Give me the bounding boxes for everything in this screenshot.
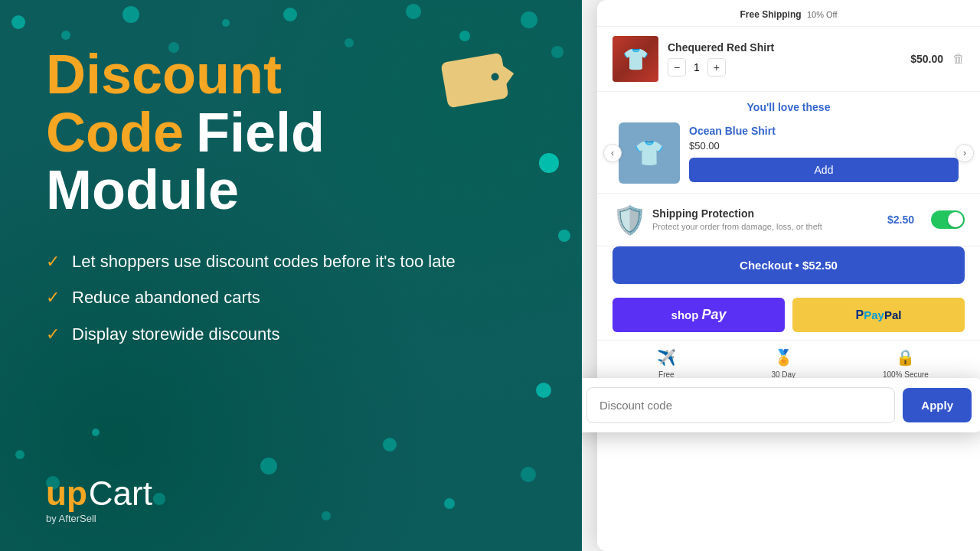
protection-price: $2.50 <box>887 214 914 226</box>
shoppay-button[interactable]: shop Pay <box>612 298 785 332</box>
left-panel: Discount Code Field Module ✓ Let shopper… <box>0 0 582 551</box>
carousel-next-button[interactable]: › <box>956 144 974 162</box>
cart-item: Chequered Red Shirt − 1 + $50.00 🗑 <box>597 27 980 92</box>
upsell-item-price: $50.00 <box>689 140 959 152</box>
protection-toggle[interactable] <box>931 210 965 229</box>
logo-cart: Cart <box>89 474 152 513</box>
cart-widget: Free Shipping 10% Off Chequered Red Shir… <box>597 0 980 551</box>
check-icon-1: ✓ <box>46 252 60 272</box>
feature-text-3: Display storewide discounts <box>72 323 279 346</box>
protection-info: Shipping Protection Protect your order f… <box>652 207 878 232</box>
upcart-logo: up Cart by AfterSell <box>46 474 152 524</box>
delete-icon[interactable]: 🗑 <box>952 52 965 66</box>
discount-overlay: Apply <box>582 378 980 432</box>
shield-icon: 🛡️ <box>612 204 647 236</box>
paypal-p: P <box>856 308 864 322</box>
paypal-pal: Pal <box>884 308 902 321</box>
headline: Discount Code Field Module <box>46 46 536 220</box>
carousel-prev-button[interactable]: ‹ <box>603 144 622 162</box>
payment-options: shop Pay P Pay Pal <box>597 290 980 340</box>
shoppay-label: shop <box>671 308 699 321</box>
upsell-image: 👕 <box>619 122 680 184</box>
headline-line3: Module <box>46 159 239 220</box>
free-shipping-label: Free <box>740 9 760 20</box>
cart-header: Free Shipping 10% Off <box>597 0 980 27</box>
upsell-info: Ocean Blue Shirt $50.00 Add <box>689 125 959 182</box>
logo-subtitle: by AfterSell <box>46 513 152 524</box>
discount-code-input[interactable] <box>586 387 895 423</box>
discount-pct: 10% Off <box>807 10 838 19</box>
headline-line2-yellow: Code <box>46 104 184 162</box>
paypal-button[interactable]: P Pay Pal <box>792 298 965 332</box>
toggle-knob <box>948 212 963 227</box>
protection-icon: 🛡️ <box>612 204 643 235</box>
item-name: Chequered Red Shirt <box>668 41 901 54</box>
plane-icon: ✈️ <box>657 348 676 367</box>
upsell-section: You'll love these ‹ 👕 Ocean Blue Shirt $… <box>597 92 980 194</box>
protection-title: Shipping Protection <box>652 207 878 220</box>
feature-item-3: ✓ Display storewide discounts <box>46 323 536 346</box>
paypal-label: Pay <box>864 308 884 321</box>
checkout-section: Checkout • $52.50 <box>597 246 980 290</box>
protection-subtitle: Protect your order from damage, loss, or… <box>652 221 878 232</box>
headline-line2-white: Field <box>196 104 325 162</box>
discount-card: Apply <box>582 378 980 432</box>
item-qty-controls: − 1 + <box>668 58 901 77</box>
upsell-card: 👕 Ocean Blue Shirt $50.00 Add <box>612 122 965 184</box>
headline-line1: Discount <box>46 46 536 104</box>
feature-item-1: ✓ Let shoppers use discount codes before… <box>46 250 536 273</box>
check-icon-3: ✓ <box>46 324 60 344</box>
shipping-label: Shipping <box>762 9 801 20</box>
item-price: $50.00 <box>910 53 943 65</box>
upsell-add-button[interactable]: Add <box>689 158 959 182</box>
lock-icon: 🔒 <box>896 348 915 367</box>
upsell-title: You'll love these <box>612 101 965 113</box>
qty-number: 1 <box>694 61 700 73</box>
logo-up: up <box>46 474 87 513</box>
qty-increase-button[interactable]: + <box>707 58 726 77</box>
feature-text-2: Reduce abandoned carts <box>72 286 260 309</box>
qty-decrease-button[interactable]: − <box>668 58 686 77</box>
guarantee-icon: 🏅 <box>774 348 793 367</box>
check-icon-2: ✓ <box>46 288 60 308</box>
apply-button[interactable]: Apply <box>903 388 972 422</box>
features-list: ✓ Let shoppers use discount codes before… <box>46 250 536 346</box>
feature-item-2: ✓ Reduce abandoned carts <box>46 286 536 309</box>
upsell-item-name: Ocean Blue Shirt <box>689 125 959 137</box>
right-panel: Free Shipping 10% Off Chequered Red Shir… <box>582 0 980 551</box>
feature-text-1: Let shoppers use discount codes before i… <box>72 250 456 273</box>
upsell-carousel: ‹ 👕 Ocean Blue Shirt $50.00 Add › <box>612 122 965 184</box>
shoppay-pay: Pay <box>701 307 726 323</box>
shipping-protection: 🛡️ Shipping Protection Protect your orde… <box>597 194 980 246</box>
item-image <box>612 36 658 82</box>
checkout-button[interactable]: Checkout • $52.50 <box>612 246 965 284</box>
item-details: Chequered Red Shirt − 1 + <box>668 41 901 77</box>
